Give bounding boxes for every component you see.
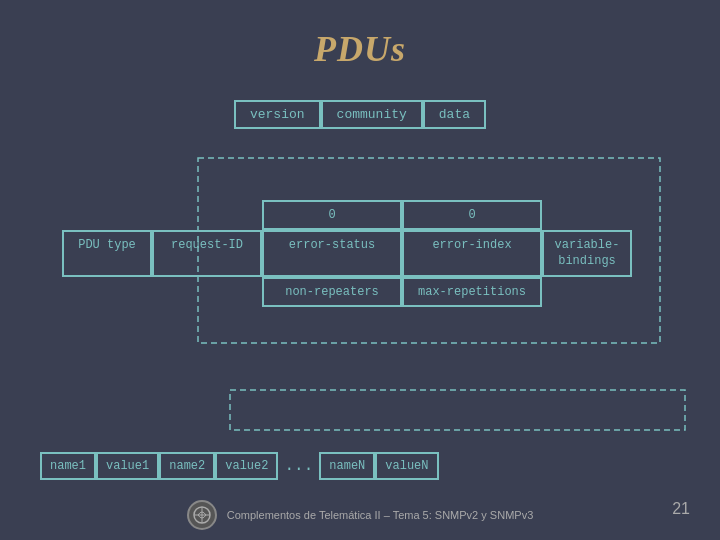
cell-0b: 0 bbox=[402, 200, 542, 230]
value2-cell: value2 bbox=[215, 452, 278, 480]
variable-bindings-cell: variable- bindings bbox=[542, 230, 632, 277]
version-box: version bbox=[234, 100, 321, 129]
footer-logo bbox=[187, 500, 217, 530]
non-repeaters-cell: non-repeaters bbox=[262, 277, 402, 307]
name1-cell: name1 bbox=[40, 452, 96, 480]
pdu-row1: 0 0 bbox=[262, 200, 665, 230]
name2-cell: name2 bbox=[159, 452, 215, 480]
logo-icon bbox=[192, 505, 212, 525]
pdu-type-cell: PDU type bbox=[62, 230, 152, 277]
footer-text: Complementos de Telemática II – Tema 5: … bbox=[227, 509, 534, 521]
pdu-row2: PDU type request-ID error-status error-i… bbox=[62, 230, 665, 277]
pdu-row3: non-repeaters max-repetitions bbox=[262, 277, 665, 307]
error-status-cell: error-status bbox=[262, 230, 402, 277]
dots-separator: ... bbox=[278, 457, 319, 475]
header-row: version community data bbox=[0, 100, 720, 129]
valueN-cell: valueN bbox=[375, 452, 438, 480]
value1-cell: value1 bbox=[96, 452, 159, 480]
max-repetitions-cell: max-repetitions bbox=[402, 277, 542, 307]
slide: PDUs version community data 0 0 PDU type… bbox=[0, 0, 720, 540]
error-index-cell: error-index bbox=[402, 230, 542, 277]
bottom-bindings-row: name1 value1 name2 value2 ... nameN valu… bbox=[40, 452, 680, 480]
svg-rect-1 bbox=[230, 390, 685, 430]
community-box: community bbox=[321, 100, 423, 129]
page-number: 21 bbox=[672, 500, 690, 518]
pdu-structure: 0 0 PDU type request-ID error-status err… bbox=[62, 200, 665, 307]
nameN-cell: nameN bbox=[319, 452, 375, 480]
data-box: data bbox=[423, 100, 486, 129]
footer: Complementos de Telemática II – Tema 5: … bbox=[0, 500, 720, 530]
request-id-cell: request-ID bbox=[152, 230, 262, 277]
cell-0a: 0 bbox=[262, 200, 402, 230]
page-title: PDUs bbox=[0, 0, 720, 70]
